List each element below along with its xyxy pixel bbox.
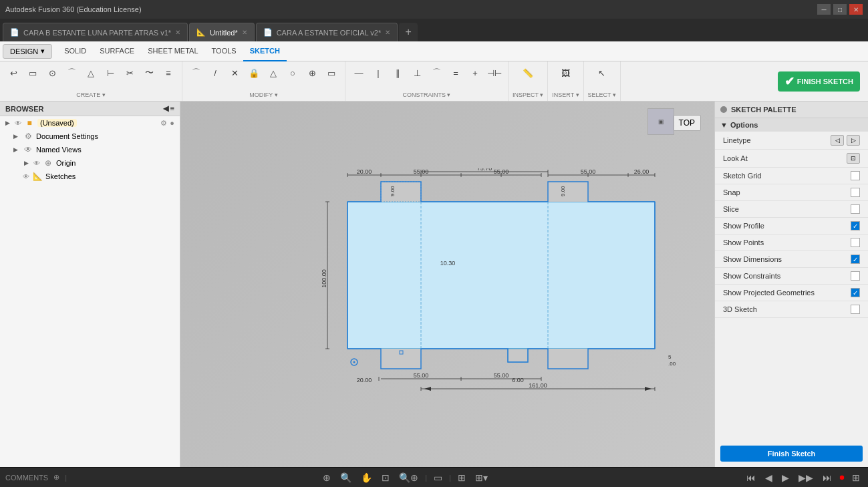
orbit-icon[interactable]: ⊕: [320, 471, 333, 484]
browser-item-named-views[interactable]: ▶ 👁 Named Views: [0, 143, 180, 156]
fillet-btn[interactable]: ⌒: [186, 64, 205, 82]
snap-status-icon[interactable]: ⊞▾: [472, 471, 490, 484]
scale-btn[interactable]: ▭: [322, 64, 341, 82]
line-btn[interactable]: ⊢: [101, 64, 120, 82]
view-icon: 👁: [23, 145, 33, 154]
sketch-grid-checkbox[interactable]: [851, 171, 860, 180]
tab-solid[interactable]: SOLID: [57, 41, 93, 61]
browser-item-origin[interactable]: ▶ 👁 ⊕ Origin: [0, 156, 180, 170]
lookat-label: Look At: [723, 154, 748, 162]
finish-sketch-label: FINISH SKETCH: [797, 77, 853, 86]
playback-controls: ⏮ ◀ ▶ ▶▶ ⏭ ⏺ ⊞: [744, 471, 863, 484]
rewind-btn[interactable]: ⏮: [744, 471, 758, 484]
maximize-button[interactable]: □: [833, 4, 847, 15]
measure-btn[interactable]: 📏: [519, 64, 537, 82]
show-profile-row: Show Profile ✓: [715, 218, 868, 234]
tab-sheetmetal[interactable]: SHEET METAL: [141, 41, 204, 61]
undo-btn[interactable]: ↩: [4, 64, 23, 82]
prev-btn[interactable]: ◀: [762, 471, 775, 484]
tab-label: Untitled*: [210, 29, 238, 37]
arc-btn[interactable]: ⌒: [62, 64, 81, 82]
pan-icon[interactable]: ✋: [358, 471, 375, 484]
rect-btn[interactable]: ▭: [23, 64, 42, 82]
tab-tools[interactable]: TOOLS: [205, 41, 243, 61]
design-dropdown-arrow: ▾: [41, 47, 45, 55]
linetype-btn2[interactable]: ▷: [847, 135, 860, 146]
toolbar: DESIGN ▾ SOLID SURFACE SHEET METAL TOOLS…: [0, 41, 868, 102]
canvas[interactable]: TOP ▣: [180, 102, 714, 467]
slice-checkbox[interactable]: [851, 204, 860, 214]
cut-btn[interactable]: ✂: [120, 64, 139, 82]
show-points-checkbox[interactable]: [851, 238, 860, 247]
svg-rect-5: [508, 349, 528, 362]
eye-icon[interactable]: 👁: [15, 120, 21, 127]
triangle-btn[interactable]: △: [82, 64, 100, 82]
select-btn[interactable]: ↖: [593, 64, 611, 82]
design-dropdown[interactable]: DESIGN ▾: [3, 44, 52, 59]
horizontal-btn[interactable]: —: [349, 64, 368, 82]
tab-cara-a[interactable]: 📄 CARA A ESTANTE OFICIAL v2* ✕: [256, 23, 398, 41]
fit-icon[interactable]: ⊡: [379, 471, 392, 484]
lookat-button[interactable]: ⊡: [847, 153, 860, 164]
minimize-button[interactable]: ─: [817, 4, 831, 15]
nav-cube[interactable]: ▣: [647, 108, 674, 135]
extend-btn[interactable]: ✕: [225, 64, 244, 82]
svg-text:9.00: 9.00: [390, 186, 396, 196]
last-btn[interactable]: ⏭: [820, 471, 835, 484]
insert-img-btn[interactable]: 🖼: [556, 64, 575, 82]
tab-close-icon[interactable]: ✕: [242, 29, 247, 36]
browser-item-sketches[interactable]: 👁 📐 Sketches: [0, 170, 180, 183]
eye-icon[interactable]: 👁: [23, 173, 29, 180]
add-comment-icon[interactable]: ⊕: [53, 473, 59, 482]
new-tab-button[interactable]: +: [399, 23, 418, 41]
symmetric-btn[interactable]: ⊣⊢: [485, 64, 504, 82]
play-btn[interactable]: ▶: [779, 471, 792, 484]
linetype-controls: ◁ ▷: [831, 135, 860, 146]
tab-close-icon[interactable]: ✕: [175, 29, 180, 36]
show-projected-checkbox[interactable]: ✓: [851, 288, 860, 297]
move-btn[interactable]: ⊕: [303, 64, 321, 82]
finish-sketch-palette-btn[interactable]: Finish Sketch: [720, 446, 863, 462]
equal-btn[interactable]: =: [446, 64, 465, 82]
close-button[interactable]: ✕: [849, 4, 863, 15]
create-label: CREATE ▾: [76, 92, 105, 98]
settings-icon[interactable]: ⚙: [160, 119, 167, 128]
tangent-btn[interactable]: ⌒: [427, 64, 446, 82]
linetype-btn1[interactable]: ◁: [831, 135, 844, 146]
mirror-btn[interactable]: ≡: [159, 64, 178, 82]
browser-item-doc-settings[interactable]: ▶ ⚙ Document Settings: [0, 130, 180, 143]
options-section-header[interactable]: ▼ Options: [715, 118, 868, 132]
browser-collapse-icon[interactable]: ◀ ≡: [163, 104, 174, 113]
grid-icon[interactable]: ⊞: [455, 471, 468, 484]
spline-btn[interactable]: 〜: [140, 64, 158, 82]
tab-sketch[interactable]: SKETCH: [243, 41, 287, 61]
zoom-select-icon[interactable]: 🔍⊕: [396, 471, 421, 484]
trim-btn[interactable]: /: [206, 64, 225, 82]
snap-checkbox[interactable]: [851, 188, 860, 197]
show-constraints-checkbox[interactable]: [851, 271, 860, 281]
vertical-btn[interactable]: |: [369, 64, 388, 82]
browser-item-unsaved[interactable]: ▶ 👁 ■ (Unsaved) ⚙ ●: [0, 116, 180, 130]
zoom-icon[interactable]: 🔍: [337, 471, 354, 484]
next-btn[interactable]: ▶▶: [796, 471, 816, 484]
origin-icon: ⊕: [43, 158, 53, 168]
eye2-icon[interactable]: ●: [170, 119, 174, 127]
lock-btn[interactable]: 🔒: [245, 64, 263, 82]
tab-surface[interactable]: SURFACE: [93, 41, 141, 61]
coincident-btn[interactable]: +: [466, 64, 484, 82]
sketch-3d-checkbox[interactable]: [851, 305, 860, 314]
timeline-icon[interactable]: ⊞: [849, 471, 863, 484]
tab-close-icon[interactable]: ✕: [385, 29, 390, 36]
circle-btn[interactable]: ⊙: [43, 64, 61, 82]
offset-btn[interactable]: ○: [283, 64, 302, 82]
display-mode-icon[interactable]: ▭: [431, 471, 445, 484]
show-dimensions-checkbox[interactable]: ✓: [851, 255, 860, 264]
parallel-btn[interactable]: ∥: [388, 64, 407, 82]
tab-untitled[interactable]: 📐 Untitled* ✕: [189, 23, 255, 41]
eye-icon[interactable]: 👁: [33, 160, 40, 167]
show-profile-checkbox[interactable]: ✓: [851, 221, 860, 230]
tab-cara-b[interactable]: 📄 CARA B ESTANTE LUNA PARTE ATRAS v1* ✕: [3, 23, 188, 41]
finish-sketch-toolbar-btn[interactable]: ✔ FINISH SKETCH: [778, 71, 860, 92]
break-btn[interactable]: △: [264, 64, 283, 82]
perpendicular-btn[interactable]: ⊥: [408, 64, 426, 82]
